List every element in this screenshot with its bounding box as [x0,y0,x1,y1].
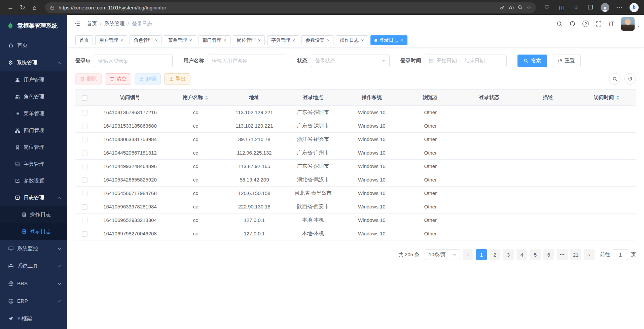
page-size-select[interactable]: 10条/页 [425,249,460,260]
next-page-button[interactable]: › [584,249,595,260]
prev-page-button[interactable]: ‹ [463,249,473,260]
sidebar-item-erp[interactable]: ERP [0,292,67,310]
refresh-table-button[interactable]: ↺ [624,73,636,85]
unlock-button[interactable]: 解锁 [135,73,161,85]
sidebar-item-system-mgmt[interactable]: ⚙ 系统管理 [0,54,67,71]
sidebar-item-yi-framework[interactable]: Yi框架 [0,310,67,327]
reset-button[interactable]: ↺ 重置 [552,55,581,67]
tab-role-mgmt[interactable]: 角色管理× [130,35,162,45]
collections-icon[interactable]: ❐ [586,3,595,12]
tab-home[interactable]: 首页 [75,35,93,45]
search-button[interactable]: 搜索 [517,55,547,67]
sidebar-item-system-monitor[interactable]: 系统监控 [0,240,67,257]
sidebar-item-log-mgmt[interactable]: 日志管理 [0,189,67,206]
export-button[interactable]: 导出 [164,73,190,85]
tab-param-settings[interactable]: 参数设置× [301,35,333,45]
row-checkbox[interactable] [82,177,87,183]
tab-close-icon[interactable]: × [224,38,226,43]
row-checkbox[interactable] [82,191,87,196]
tab-dict-mgmt[interactable]: 字典管理× [267,35,299,45]
page-button-6[interactable]: 6 [543,249,554,260]
page-button-4[interactable]: 4 [516,249,527,260]
sidebar-item-role-mgmt[interactable]: 角色管理 [0,88,67,105]
user-name-input[interactable] [208,55,286,67]
sidebar-item-home[interactable]: 首页 [0,36,67,54]
tab-dept-mgmt[interactable]: 部门管理× [199,35,230,45]
github-icon[interactable] [569,21,576,27]
browser-more-icon[interactable]: ⋯ [615,3,624,12]
address-bar[interactable]: https://ccnetcore.com:1101/system/log/lo… [45,2,536,13]
start-date-placeholder[interactable]: 开始日期 [437,58,457,64]
page-button-1[interactable]: 1 [476,249,487,260]
tab-close-icon[interactable]: × [292,38,295,43]
date-range-picker[interactable]: 开始日期 - 结束日期 [425,55,507,67]
row-checkbox[interactable] [82,164,87,169]
add-favorite-star-icon[interactable]: ☆ [527,4,531,11]
page-button-last[interactable]: 21 [570,249,581,260]
browser-home-icon[interactable]: ⌂ [30,2,40,12]
avatar-caret-down-icon[interactable]: ▾ [637,24,639,31]
sort-carets-icon[interactable] [616,94,619,101]
tab-close-icon[interactable]: × [361,38,364,43]
font-size-icon[interactable]: тT [608,21,614,27]
tab-close-icon[interactable]: × [120,38,123,43]
clear-button[interactable]: 清空 [105,73,131,85]
row-checkbox[interactable] [82,204,87,210]
sidebar-item-operation-log[interactable]: 操作日志 [0,206,67,223]
zoom-out-icon[interactable] [517,5,523,10]
url-text[interactable]: https://ccnetcore.com:1101/system/log/lo… [59,5,496,10]
goto-page-input[interactable] [613,249,628,260]
login-ip-input[interactable] [94,55,173,67]
sidebar-item-dept-mgmt[interactable]: 部门管理 [0,122,67,139]
row-checkbox[interactable] [82,151,87,156]
end-date-placeholder[interactable]: 结束日期 [465,58,485,64]
browser-back-icon[interactable]: ← [5,2,15,12]
toggle-search-button[interactable] [609,73,620,85]
sidebar-fold-icon[interactable] [67,21,87,27]
sidebar-item-dict-mgmt[interactable]: 字典管理 [0,156,67,172]
sidebar-item-post-mgmt[interactable]: 岗位管理 [0,139,67,156]
more-pages-button[interactable]: ••• [557,249,568,260]
tab-close-icon[interactable]: × [327,38,329,43]
browser-refresh-icon[interactable]: ↻ [17,2,28,12]
row-checkbox[interactable] [82,231,87,237]
sidebar-item-system-tools[interactable]: 系统工具 [0,257,67,275]
read-aloud-icon[interactable]: A [509,5,513,10]
tab-login-log[interactable]: 登录日志× [370,35,407,45]
password-key-icon[interactable] [500,5,505,10]
col-visit-time[interactable]: 访问时间 [577,90,636,106]
sort-carets-icon[interactable] [205,94,208,101]
tab-close-icon[interactable]: × [189,38,192,43]
split-screen-icon[interactable]: ◫ [557,3,566,12]
copilot-icon[interactable]: b [630,3,639,12]
tab-post-mgmt[interactable]: 岗位管理× [233,35,265,45]
sidebar-item-user-mgmt[interactable]: 用户管理 [0,71,67,88]
col-user-name[interactable]: 用户名称 [166,90,225,106]
page-button-5[interactable]: 5 [530,249,541,260]
status-select[interactable]: 登录状态 [311,55,390,67]
page-button-2[interactable]: 2 [490,249,500,260]
tab-operation-log[interactable]: 操作日志× [336,35,368,45]
help-icon[interactable]: ? [582,21,589,27]
fullscreen-icon[interactable] [596,21,602,27]
tab-close-icon[interactable]: × [155,38,157,43]
tab-close-icon[interactable]: × [258,38,261,43]
page-button-3[interactable]: 3 [503,249,514,260]
breadcrumb-home[interactable]: 首页 [87,21,97,27]
browser-profile-avatar[interactable] [601,3,609,12]
breadcrumb-system[interactable]: 系统管理 [104,21,124,27]
select-all-checkbox[interactable] [82,95,87,101]
row-checkbox[interactable] [82,110,87,116]
user-avatar[interactable] [621,17,635,31]
delete-button[interactable]: 删除 [75,73,102,85]
sidebar-item-login-log[interactable]: 登录日志 [0,223,67,240]
sidebar-item-bbs[interactable]: BBS [0,275,67,292]
row-checkbox[interactable] [82,137,87,142]
browser-essentials-icon[interactable]: ♡ [543,3,551,12]
row-checkbox[interactable] [82,218,87,223]
tab-user-mgmt[interactable]: 用户管理× [95,35,127,45]
sidebar-item-menu-mgmt[interactable]: 菜单管理 [0,105,67,122]
favorites-icon[interactable]: ☆ [572,3,580,12]
search-icon[interactable] [557,21,563,27]
tab-close-icon[interactable]: × [401,38,403,43]
